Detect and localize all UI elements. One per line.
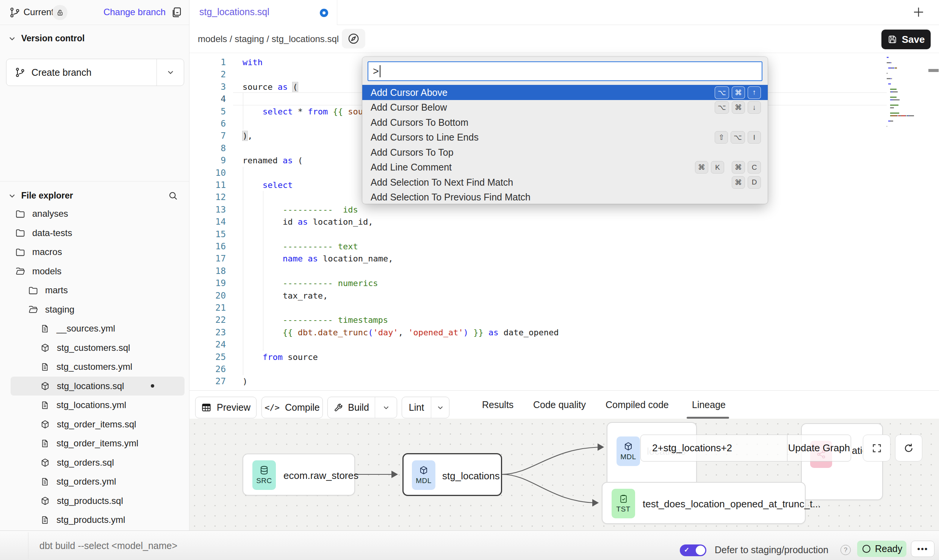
lineage-canvas[interactable]: SRC ecom.raw_stores MDL stg_locations MD…	[189, 419, 939, 530]
command-item-3[interactable]: Add Cursors to Line Ends⇧⌥I	[362, 130, 768, 145]
file-row-data-tests[interactable]: data-tests	[11, 224, 185, 242]
file-row-stg-products-sql[interactable]: stg_products.sql	[11, 491, 185, 510]
graph-selector-overlay: 2+stg_locations+2 Update Graph	[640, 435, 851, 461]
file-label: stg_customers.sql	[57, 343, 130, 353]
lint-dropdown[interactable]	[431, 397, 449, 418]
file-row--sources-yml[interactable]: __sources.yml	[11, 319, 185, 338]
file-row-models[interactable]: models	[11, 262, 185, 281]
command-item-1[interactable]: Add Cursor Below⌥⌘↓	[362, 100, 768, 115]
code-line-23: 23 {{ dbt.date_trunc('day', 'opened_at')…	[189, 326, 939, 339]
command-item-2[interactable]: Add Cursors To Bottom	[362, 115, 768, 130]
build-button[interactable]: Build	[327, 397, 397, 418]
lineage-node-stg-locations[interactable]: MDL stg_locations	[402, 453, 502, 496]
version-control-header[interactable]: Version control	[8, 33, 85, 44]
tab-results[interactable]: Results	[482, 391, 513, 419]
create-branch-dropdown[interactable]	[156, 59, 184, 86]
chevron-down-icon	[382, 404, 390, 412]
command-item-6[interactable]: Add Selection To Next Find Match⌘D	[362, 175, 768, 190]
save-button[interactable]: Save	[881, 30, 931, 49]
file-row-marts[interactable]: marts	[11, 281, 185, 300]
tab-bar: stg_locations.sql	[189, 0, 939, 25]
file-row-stg-locations-yml[interactable]: stg_locations.yml	[11, 396, 185, 415]
preview-button[interactable]: Preview	[195, 397, 257, 418]
file-row-stg-products-yml[interactable]: stg_products.yml	[11, 510, 185, 529]
code-line-19: 19 ---------- numerics	[189, 277, 939, 289]
cube-icon	[419, 465, 429, 475]
file-row-staging[interactable]: staging	[11, 300, 185, 319]
more-options-button[interactable]: •••	[911, 541, 934, 557]
lint-label: Lint	[409, 402, 424, 413]
command-palette-input[interactable]: >	[368, 61, 762, 81]
change-branch-link[interactable]: Change branch	[103, 7, 166, 17]
git-branch-icon	[15, 67, 25, 78]
code-line-14: 14 id as location_id,	[189, 216, 939, 228]
tab-compiled-code[interactable]: Compiled code	[606, 391, 669, 419]
minimap-mark	[891, 78, 892, 79]
status-ready-badge[interactable]: Ready	[857, 541, 906, 557]
code-line-25: 25 from source	[189, 351, 939, 363]
minimap-mark	[890, 97, 897, 98]
file-row-stg-customers-sql[interactable]: stg_customers.sql	[11, 338, 185, 357]
command-item-4[interactable]: Add Cursors To Top	[362, 145, 768, 160]
unsaved-indicator-icon[interactable]	[320, 9, 328, 17]
tab-lineage[interactable]: Lineage	[692, 391, 726, 419]
command-input[interactable]: dbt build --select <model_name>	[39, 531, 177, 560]
copy-icon[interactable]	[171, 6, 183, 19]
file-row-stg-orders-yml[interactable]: stg_orders.yml	[11, 472, 185, 491]
command-label: Add Line Comment	[371, 162, 452, 173]
compile-button[interactable]: </> Compile	[261, 397, 323, 418]
minimap-slider[interactable]	[928, 69, 939, 72]
create-branch-button[interactable]: Create branch	[6, 59, 184, 86]
update-graph-button[interactable]: Update Graph	[787, 435, 851, 461]
lineage-node-test[interactable]: TST test_does_location_opened_at_trunc_t…	[602, 482, 806, 524]
code-line-20: 20 tax_rate,	[189, 289, 939, 302]
command-palette: > Add Cursor Above⌥⌘↑Add Cursor Below⌥⌘↓…	[362, 57, 768, 204]
file-label: stg_order_items.yml	[56, 438, 138, 449]
file-row-analyses[interactable]: analyses	[11, 204, 185, 223]
tab-code-quality[interactable]: Code quality	[533, 391, 586, 419]
clipboard-check-icon	[619, 494, 628, 504]
file-label: staging	[45, 304, 74, 315]
version-control-title: Version control	[21, 33, 85, 44]
help-icon[interactable]: ?	[840, 545, 851, 555]
file-explorer-header[interactable]: File explorer	[8, 191, 73, 201]
command-item-0[interactable]: Add Cursor Above⌥⌘↑	[362, 85, 768, 100]
build-dropdown[interactable]	[375, 397, 397, 418]
navigate-icon[interactable]	[342, 29, 365, 48]
wrench-icon	[333, 403, 343, 413]
refresh-icon	[903, 443, 914, 454]
tab-stg-locations[interactable]: stg_locations.sql	[189, 0, 337, 25]
file-label: stg_products.yml	[56, 515, 125, 525]
file-icon	[40, 400, 50, 410]
current-branch-label: Current	[23, 7, 54, 17]
command-label: Add Cursor Below	[371, 102, 447, 113]
shortcut-key: ⌘	[695, 161, 708, 174]
file-row-stg-locations-sql[interactable]: stg_locations.sql	[11, 377, 185, 396]
code-line-18: 18	[189, 265, 939, 277]
graph-selector-input[interactable]: 2+stg_locations+2	[641, 435, 787, 461]
refresh-button[interactable]	[895, 435, 922, 461]
file-row-stg-order-items-yml[interactable]: stg_order_items.yml	[11, 434, 185, 453]
lint-button[interactable]: Lint	[402, 397, 449, 418]
file-label: macros	[32, 247, 62, 257]
minimap-mark	[895, 67, 897, 69]
defer-toggle[interactable]: ✓	[680, 544, 706, 556]
new-tab-icon[interactable]	[912, 5, 925, 19]
file-row-macros[interactable]: macros	[11, 242, 185, 261]
folder-icon	[15, 228, 25, 238]
table-icon	[201, 402, 211, 413]
minimap-mark	[890, 107, 894, 108]
shortcut-key: ⌘	[732, 101, 745, 114]
branch-header: Current Change branch	[0, 0, 189, 25]
file-row-stg-orders-sql[interactable]: stg_orders.sql	[11, 453, 185, 472]
command-item-5[interactable]: Add Line Comment⌘K⌘C	[362, 160, 768, 175]
file-row-stg-order-items-sql[interactable]: stg_order_items.sql	[11, 415, 185, 434]
search-icon[interactable]	[168, 191, 178, 201]
lineage-node-source[interactable]: SRC ecom.raw_stores	[243, 454, 355, 496]
command-item-7[interactable]: Add Selection To Previous Find Match	[362, 190, 768, 204]
minimap-mark	[887, 57, 889, 58]
file-row-stg-customers-yml[interactable]: stg_customers.yml	[11, 357, 185, 376]
panel-toolbar: Preview </> Compile Build Lint Results C…	[189, 390, 939, 419]
file-explorer: File explorer analysesdata-testsmacrosmo…	[0, 181, 189, 530]
fullscreen-button[interactable]	[863, 435, 890, 461]
